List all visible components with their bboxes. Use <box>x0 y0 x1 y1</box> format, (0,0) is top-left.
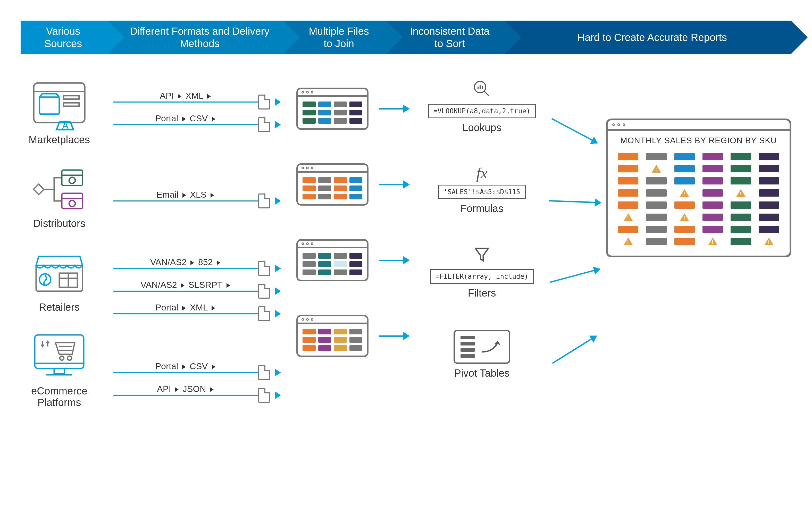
warning-icon <box>624 213 633 221</box>
file-icon <box>258 261 270 276</box>
svg-rect-3 <box>64 96 79 99</box>
arrow-icon <box>275 197 281 204</box>
marketplace-icon: A <box>31 80 88 132</box>
magnify-chart-icon <box>425 80 539 101</box>
sources-column: A Marketplaces Dist <box>21 80 98 408</box>
file-icon <box>258 117 270 132</box>
op-label: Pivot Tables <box>425 367 539 379</box>
step-various-sources: Various Sources <box>21 21 108 54</box>
arrow-icon <box>549 200 595 203</box>
source-marketplaces: A Marketplaces <box>21 80 98 146</box>
file-icon <box>258 95 270 109</box>
arrow-icon <box>275 121 281 128</box>
arrow-icon <box>549 270 594 283</box>
source-ecommerce: eCommerce Platforms <box>21 331 98 408</box>
svg-rect-2 <box>39 97 59 114</box>
step-reports: Hard to Create Accurate Reports <box>505 21 791 54</box>
warning-icon <box>764 238 774 245</box>
source-label: eCommerce Platforms <box>21 385 98 408</box>
op-label: Formulas <box>425 203 539 215</box>
svg-rect-4 <box>64 103 79 106</box>
report-column: MONTHLY SALES BY REGION BY SKU <box>554 80 791 257</box>
fmt-api-xml: API XML <box>113 95 281 109</box>
distributors-icon <box>31 164 88 215</box>
warning-icon <box>708 238 717 245</box>
file-icon <box>258 388 270 403</box>
warning-icon <box>680 189 689 197</box>
svg-line-24 <box>484 91 489 96</box>
ecommerce-icon <box>31 331 88 383</box>
report-title: MONTHLY SALES BY REGION BY SKU <box>607 131 790 148</box>
file-icon <box>258 306 270 321</box>
svg-point-20 <box>68 356 72 360</box>
source-distributors: Distributors <box>21 164 98 229</box>
arrow-icon <box>275 287 281 295</box>
svg-rect-17 <box>54 368 64 373</box>
formula-box: =VLOOKUP(a8,data,2,true) <box>428 104 536 118</box>
fmt-portal-xml: Portal XML <box>113 306 281 321</box>
source-label: Retailers <box>21 302 98 313</box>
formula-box: =FILTER(array, include) <box>430 269 534 284</box>
data-window <box>296 163 369 205</box>
formats-column: API XML Portal CSV Email XLS VAN/AS2 852 <box>113 80 281 417</box>
arrow-icon <box>275 265 281 272</box>
fmt-portal-csv2: Portal CSV <box>113 365 281 380</box>
fmt-email-xls: Email XLS <box>113 193 281 208</box>
fmt-van-slsrpt: VAN/AS2 SLSRPT <box>113 284 281 299</box>
arrow-icon <box>275 369 281 376</box>
warning-icon <box>652 165 661 173</box>
file-icon <box>258 365 270 380</box>
arrow-icon <box>275 392 281 399</box>
svg-point-11 <box>39 274 51 285</box>
warning-icon <box>680 213 689 221</box>
data-window <box>296 315 369 357</box>
file-icon <box>258 193 270 208</box>
arrow-icon <box>275 310 281 317</box>
arrow-icon <box>551 118 593 141</box>
retailers-icon <box>31 247 88 299</box>
op-lookups: =VLOOKUP(a8,data,2,true) Lookups <box>425 80 539 134</box>
warning-icon <box>624 238 633 245</box>
fmt-van-852: VAN/AS2 852 <box>113 261 281 276</box>
arrow-icon <box>379 180 410 189</box>
grids-column <box>296 88 410 357</box>
pivot-icon <box>454 330 510 364</box>
file-icon <box>258 284 270 299</box>
op-pivot: Pivot Tables <box>425 330 539 379</box>
funnel-icon <box>425 245 539 267</box>
data-window <box>296 239 369 281</box>
op-label: Filters <box>425 287 539 299</box>
fmt-api-json: API JSON <box>113 388 281 403</box>
data-window <box>296 88 369 130</box>
svg-point-19 <box>60 356 64 360</box>
arrow-icon <box>275 98 281 106</box>
process-header: Various Sources Different Formats and De… <box>21 21 791 54</box>
arrow-icon <box>379 332 410 340</box>
report-window: MONTHLY SALES BY REGION BY SKU <box>606 118 791 257</box>
op-formulas: fx 'SALES'!$A$5:$D$115 Formulas <box>425 164 539 215</box>
arrow-icon <box>552 338 592 364</box>
step-formats: Different Formats and Delivery Methods <box>108 21 283 54</box>
source-label: Marketplaces <box>21 134 98 146</box>
report-grid <box>607 148 790 256</box>
fmt-portal-csv: Portal CSV <box>113 117 281 132</box>
step-inconsistent: Inconsistent Data to Sort <box>387 21 505 54</box>
operations-column: =VLOOKUP(a8,data,2,true) Lookups fx 'SAL… <box>425 80 539 379</box>
arrow-icon <box>379 105 410 113</box>
fx-icon: fx <box>425 164 539 182</box>
formula-box: 'SALES'!$A$5:$D$115 <box>438 185 525 199</box>
source-label: Distributors <box>21 218 98 229</box>
svg-point-9 <box>69 200 75 206</box>
op-label: Lookups <box>425 122 539 134</box>
svg-text:A: A <box>62 120 69 131</box>
svg-point-7 <box>69 177 75 183</box>
diagram-body: A Marketplaces Dist <box>21 80 791 417</box>
op-filters: =FILTER(array, include) Filters <box>425 245 539 299</box>
arrow-icon <box>379 256 410 264</box>
warning-icon <box>736 189 745 197</box>
source-retailers: Retailers <box>21 247 98 313</box>
